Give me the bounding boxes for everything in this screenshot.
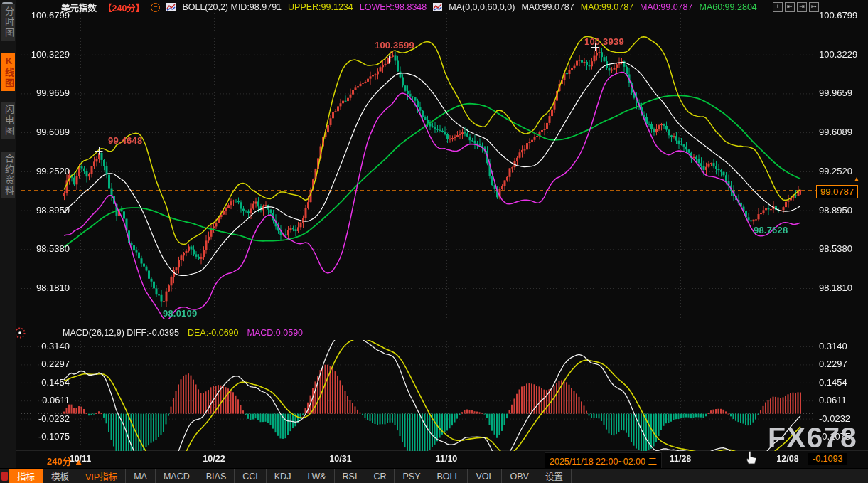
period-label: 【240分】 bbox=[103, 1, 144, 14]
price-axis-label-left: 99.2520 bbox=[20, 166, 70, 176]
chart-canvas[interactable] bbox=[0, 0, 868, 483]
macd-axis-label-right: 0.2297 bbox=[819, 359, 868, 369]
macd-axis-label-right: 0.3140 bbox=[819, 341, 868, 351]
price-axis-label-right: 98.1810 bbox=[819, 282, 868, 293]
price-axis-label-left: 99.9659 bbox=[20, 87, 70, 98]
date-tick-10-11: 10/11 bbox=[70, 454, 92, 464]
date-tick-11-28: 11/28 bbox=[670, 454, 692, 464]
price-axis-label-right: 98.8950 bbox=[819, 205, 868, 216]
toolbar-item-PSY[interactable]: PSY bbox=[395, 469, 429, 483]
macd-cursor-value: -0.1093 bbox=[808, 453, 847, 465]
toolbar-item-LW&[interactable]: LW& bbox=[299, 469, 334, 483]
extreme-value-annotation: 99.4648 bbox=[108, 135, 142, 146]
ma0-value-2: MA0:99.0787 bbox=[581, 2, 633, 12]
extreme-value-annotation: 98.7628 bbox=[754, 225, 788, 235]
toolbar-item-MACD[interactable]: MACD bbox=[156, 469, 198, 483]
extreme-value-annotation: 100.3939 bbox=[584, 36, 624, 47]
macd-axis-label-left: 0.0611 bbox=[20, 395, 70, 405]
price-up-arrow-icon: ▲ bbox=[853, 175, 860, 183]
price-axis-label-right: 99.2520 bbox=[819, 166, 868, 176]
price-axis-label-right: 98.5380 bbox=[819, 243, 868, 254]
left-sidebar: 分时图K线图闪电图合约资料 bbox=[0, 0, 16, 468]
date-tick-12-08: 12/08 bbox=[776, 454, 798, 464]
ma60-value: MA60:99.2804 bbox=[699, 2, 756, 12]
time-axis: 240分 ▲ 2025/11/18 22:00~02:00 二 10/1110/… bbox=[0, 451, 868, 468]
macd-axis-label-right: 0.1454 bbox=[819, 377, 868, 388]
toolbar-item-模板[interactable]: 模板 bbox=[43, 469, 77, 483]
collapse-icon[interactable]: − bbox=[151, 3, 160, 12]
toolbar-item-BOLL[interactable]: BOLL bbox=[429, 469, 468, 483]
price-axis-label-right: 100.3229 bbox=[819, 49, 868, 60]
sidebar-tab-3[interactable]: 闪电图 bbox=[1, 102, 15, 139]
price-axis-label-left: 98.1810 bbox=[20, 282, 70, 293]
macd-axis-label-left: 0.1454 bbox=[20, 377, 70, 388]
toolbar-item-CR[interactable]: CR bbox=[365, 469, 395, 483]
macd-hist-value: MACD:0.0590 bbox=[247, 328, 304, 338]
chart-tool-icons: +⇤⇥↦ bbox=[773, 2, 819, 12]
goto-latest-icon[interactable]: ↦ bbox=[809, 2, 819, 12]
zoom-in-bars-icon[interactable]: ⇤ bbox=[785, 2, 795, 12]
chart-window: 分时图K线图闪电图合约资料 美元指数 【240分】 − BOLL(20,2) M… bbox=[0, 0, 868, 483]
macd-axis-label-left: -0.0232 bbox=[20, 413, 70, 424]
toolbar-item-RSI[interactable]: RSI bbox=[335, 469, 366, 483]
ma-group-label: MA(0,0,0,60,0,0) bbox=[449, 2, 515, 12]
price-axis-label-right: 100.6799 bbox=[819, 10, 868, 21]
toolbar-item-OBV[interactable]: OBV bbox=[502, 469, 537, 483]
toolbar-item-指标[interactable]: 指标 bbox=[9, 469, 43, 483]
date-tick-10-22: 10/22 bbox=[203, 454, 225, 464]
toolbar-item-BIAS[interactable]: BIAS bbox=[198, 469, 235, 483]
macd-axis-label-left: 0.2297 bbox=[20, 359, 70, 369]
boll-upper-value: UPPER:99.1234 bbox=[288, 2, 353, 12]
toolbar-item-MA[interactable]: MA bbox=[126, 469, 156, 483]
crosshair-date-label: 2025/11/18 22:00~02:00 二 bbox=[545, 452, 662, 469]
toolbar-item-KDJ[interactable]: KDJ bbox=[267, 469, 300, 483]
macd-axis-label-left: 0.3140 bbox=[20, 341, 70, 351]
toolbar-corner-icon[interactable] bbox=[1, 472, 8, 481]
watermark: FX678 bbox=[768, 421, 857, 455]
boll-indicator-icon[interactable] bbox=[166, 3, 176, 11]
sidebar-tab-2[interactable]: K线图 bbox=[1, 53, 15, 91]
extreme-value-annotation: 100.3599 bbox=[375, 40, 414, 51]
price-axis-label-left: 98.8950 bbox=[20, 205, 70, 216]
ma0-value-3: MA0:99.0787 bbox=[640, 2, 692, 12]
macd-title: MACD(26,12,9) DIFF:-0.0395 bbox=[63, 328, 179, 338]
indicator-toolbar: 指标模板VIP指标MAMACDBIASCCIKDJLW&RSICRPSYBOLL… bbox=[0, 468, 868, 483]
chart-header: 美元指数 【240分】 − BOLL(20,2) MID:98.9791 UPP… bbox=[61, 2, 757, 12]
sidebar-tab-4[interactable]: 合约资料 bbox=[1, 152, 15, 198]
current-price-tag: 99.0787 bbox=[816, 185, 858, 198]
price-axis-label-left: 100.3229 bbox=[20, 49, 70, 60]
symbol-name: 美元指数 bbox=[61, 1, 97, 14]
extreme-value-annotation: 98.0109 bbox=[163, 308, 197, 319]
mouse-hand-cursor bbox=[745, 450, 759, 465]
toolbar-item-CCI[interactable]: CCI bbox=[235, 469, 267, 483]
boll-values: BOLL(20,2) MID:98.9791 bbox=[182, 2, 282, 12]
macd-dea-value: DEA:-0.0690 bbox=[188, 328, 239, 338]
ma-indicator-icon[interactable] bbox=[433, 3, 442, 11]
macd-axis-label-left: -0.1075 bbox=[20, 431, 70, 442]
zoom-out-bars-icon[interactable]: ⇥ bbox=[797, 2, 807, 12]
sidebar-tab-1[interactable]: 分时图 bbox=[1, 4, 15, 41]
date-tick-10-31: 10/31 bbox=[329, 454, 351, 464]
macd-header: MACD(26,12,9) DIFF:-0.0395 DEA:-0.0690 M… bbox=[63, 328, 303, 338]
date-tick-11-10: 11/10 bbox=[436, 454, 458, 464]
ma0-value-1: MA0:99.0787 bbox=[521, 2, 574, 12]
toolbar-item-VIP指标[interactable]: VIP指标 bbox=[77, 469, 126, 483]
macd-axis-label-right: 0.0611 bbox=[819, 395, 868, 405]
price-axis-label-right: 99.6089 bbox=[819, 127, 868, 137]
price-axis-label-left: 99.6089 bbox=[20, 127, 70, 137]
boll-lower-value: LOWER:98.8348 bbox=[360, 2, 427, 12]
toolbar-item-VOL[interactable]: VOL bbox=[468, 469, 502, 483]
price-axis-label-right: 99.9659 bbox=[819, 87, 868, 98]
pan-icon[interactable]: + bbox=[773, 2, 783, 12]
toolbar-item-设置[interactable]: 设置 bbox=[537, 469, 572, 483]
price-axis-label-left: 98.5380 bbox=[20, 243, 70, 254]
